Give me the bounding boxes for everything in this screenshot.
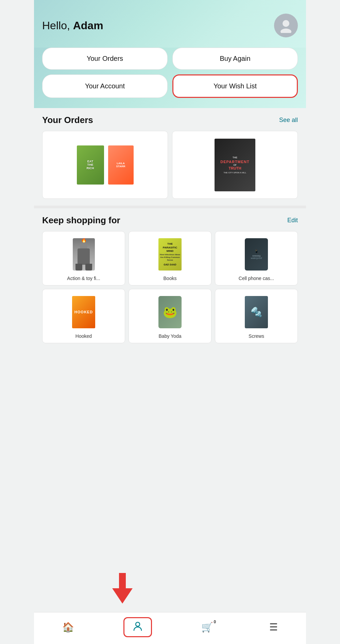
phone-case-visual: 📱 seawag waterproof xyxy=(245,238,268,271)
book-eat-rich: EATTHERICH xyxy=(77,145,104,185)
orders-section-header: Your Orders See all xyxy=(42,115,298,125)
svg-point-0 xyxy=(283,20,289,27)
shopping-grid-row1: 🔥 Action & toy fi... xyxy=(42,231,298,285)
keep-shopping-title: Keep shopping for xyxy=(42,215,120,226)
quick-actions: Your Orders Buy Again Your Account Your … xyxy=(34,48,306,108)
cart-badge: 🛒 0 xyxy=(201,622,213,633)
books-image: THE PARASITIC MIND How Infectious Ideas … xyxy=(133,236,207,273)
books-label: Books xyxy=(133,276,207,281)
your-wish-list-button[interactable]: Your Wish List xyxy=(172,74,298,98)
nav-menu[interactable]: ☰ xyxy=(262,620,285,634)
yoda-visual: 🐸 xyxy=(158,296,182,328)
action-toy-image: 🔥 xyxy=(47,236,121,273)
action-toy-label: Action & toy fi... xyxy=(47,276,121,281)
svg-point-1 xyxy=(280,29,291,33)
nav-home[interactable]: 🏠 xyxy=(55,620,81,634)
red-arrow-svg xyxy=(109,573,136,604)
order-card-2[interactable]: THE DEPARTMENT OF TRUTH THE CITY UPON A … xyxy=(172,131,298,199)
shopping-item-action-toy[interactable]: 🔥 Action & toy fi... xyxy=(42,231,125,285)
menu-icon: ☰ xyxy=(269,622,278,633)
book-laila-starr: LAILASTARR xyxy=(108,145,134,185)
cart-icon: 🛒 xyxy=(201,622,213,632)
phone-cases-label: Cell phone cas... xyxy=(219,276,293,281)
phone-cases-image: 📱 seawag waterproof xyxy=(219,236,293,273)
svg-point-3 xyxy=(136,622,140,626)
yoda-image: 🐸 xyxy=(133,293,207,331)
screws-image: 🔩 xyxy=(219,293,293,331)
keep-shopping-header: Keep shopping for Edit xyxy=(42,215,298,226)
red-arrow-indicator xyxy=(109,573,136,605)
book-parasitic-mind: THE PARASITIC MIND How Infectious Ideas … xyxy=(158,238,182,271)
header-section: Hello, Adam xyxy=(34,0,306,48)
keep-shopping-section: Keep shopping for Edit 🔥 xyxy=(34,208,306,343)
your-orders-section: Your Orders See all EATTHERICH LAILASTAR… xyxy=(34,108,306,199)
shopping-item-hooked[interactable]: HOOKED Hooked xyxy=(42,289,125,343)
shopping-item-yoda[interactable]: 🐸 Baby Yoda xyxy=(129,289,211,343)
your-account-button[interactable]: Your Account xyxy=(42,74,168,98)
avatar-icon xyxy=(278,18,293,33)
bottom-navigation: 🏠 🛒 0 ☰ xyxy=(34,612,306,644)
orders-see-all-link[interactable]: See all xyxy=(279,117,298,124)
your-orders-button[interactable]: Your Orders xyxy=(42,48,168,70)
hooked-image: HOOKED xyxy=(47,293,121,331)
shopping-item-books[interactable]: THE PARASITIC MIND How Infectious Ideas … xyxy=(129,231,211,285)
svg-marker-2 xyxy=(112,573,133,604)
greeting: Hello, Adam xyxy=(42,19,103,32)
nav-cart[interactable]: 🛒 0 xyxy=(194,620,220,634)
screws-visual: 🔩 xyxy=(245,296,268,328)
book-hooked-visual: HOOKED xyxy=(72,296,95,328)
shopping-item-phone-cases[interactable]: 📱 seawag waterproof Cell phone cas... xyxy=(215,231,298,285)
greeting-hello: Hello, xyxy=(42,19,73,32)
order-card-1[interactable]: EATTHERICH LAILASTARR xyxy=(42,131,168,199)
shopping-item-screws[interactable]: 🔩 Screws xyxy=(215,289,298,343)
home-icon: 🏠 xyxy=(62,622,74,633)
book-dept-truth: THE DEPARTMENT OF TRUTH THE CITY UPON A … xyxy=(215,139,255,191)
keep-shopping-edit-link[interactable]: Edit xyxy=(287,217,298,224)
yoda-label: Baby Yoda xyxy=(133,333,207,339)
hooked-label: Hooked xyxy=(47,333,121,339)
screws-label: Screws xyxy=(219,333,293,339)
nav-account[interactable] xyxy=(123,617,152,637)
buy-again-button[interactable]: Buy Again xyxy=(172,48,298,70)
main-content: Your Orders See all EATTHERICH LAILASTAR… xyxy=(34,108,306,343)
orders-section-title: Your Orders xyxy=(42,115,93,125)
greeting-username: Adam xyxy=(73,19,103,32)
avatar[interactable] xyxy=(274,14,298,37)
account-icon xyxy=(133,621,143,633)
section-divider xyxy=(34,206,306,208)
shopping-grid-row2: HOOKED Hooked 🐸 Baby Yoda xyxy=(42,289,298,343)
greeting-text: Hello, Adam xyxy=(42,19,103,32)
orders-grid: EATTHERICH LAILASTARR THE DEPARTMENT OF … xyxy=(42,131,298,199)
cart-count: 0 xyxy=(214,620,216,624)
